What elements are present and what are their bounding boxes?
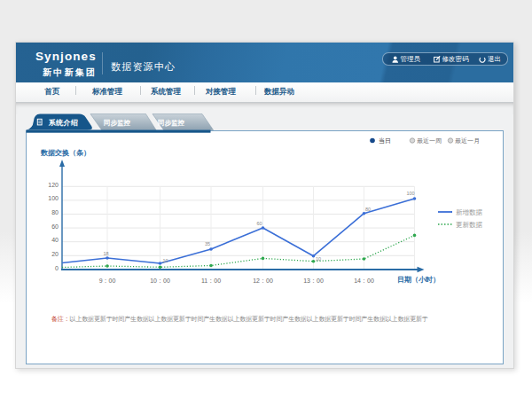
svg-text:13：00: 13：00 [303, 278, 324, 284]
svg-text:40: 40 [51, 237, 59, 243]
svg-text:14：00: 14：00 [354, 278, 374, 284]
svg-text:系统介绍: 系统介绍 [48, 118, 78, 127]
svg-text:18: 18 [104, 251, 109, 256]
svg-text:12：00: 12：00 [253, 278, 273, 284]
svg-text:11：00: 11：00 [201, 278, 221, 284]
svg-text:80: 80 [51, 209, 59, 215]
svg-text:60: 60 [257, 221, 262, 226]
svg-text:100: 100 [48, 195, 59, 201]
svg-text:当日: 当日 [379, 137, 391, 145]
svg-text:数据交换（条）: 数据交换（条） [40, 149, 90, 157]
svg-text:10: 10 [163, 258, 168, 263]
svg-text:80: 80 [365, 207, 371, 212]
svg-text:10：00: 10：00 [150, 278, 170, 284]
svg-text:120: 120 [48, 182, 59, 188]
svg-text:同步监控: 同步监控 [104, 119, 131, 127]
svg-text:日期（小时）: 日期（小时） [397, 276, 440, 284]
svg-text:更新数据: 更新数据 [456, 221, 483, 229]
svg-text:最近一月: 最近一月 [455, 137, 480, 145]
svg-text:最近一周: 最近一周 [417, 137, 442, 144]
svg-text:35: 35 [205, 241, 210, 246]
svg-text:新增数据: 新增数据 [456, 208, 483, 216]
svg-text:60: 60 [51, 223, 59, 230]
svg-text:10: 10 [316, 256, 321, 262]
svg-text:同步监控: 同步监控 [158, 119, 185, 127]
svg-text:0: 0 [55, 265, 59, 271]
svg-text:9：00: 9：00 [99, 278, 116, 284]
svg-text:100: 100 [407, 191, 415, 196]
svg-text:20: 20 [51, 251, 59, 257]
